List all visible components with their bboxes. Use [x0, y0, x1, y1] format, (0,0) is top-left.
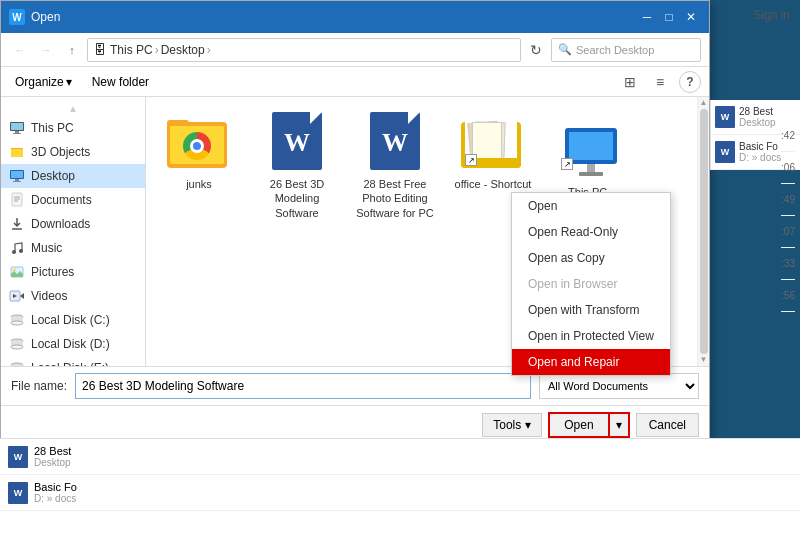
- dialog-title: Open: [31, 10, 637, 24]
- svg-point-19: [13, 269, 16, 272]
- sidebar-item-music[interactable]: Music: [1, 236, 145, 260]
- disk-d-icon: [9, 336, 25, 352]
- sidebar-label-music: Music: [31, 241, 62, 255]
- cancel-button[interactable]: Cancel: [636, 413, 699, 437]
- scrollbar[interactable]: ▲ ▼: [697, 97, 709, 366]
- desktop-icon: [9, 168, 25, 184]
- window-controls: ─ □ ✕: [637, 7, 701, 27]
- pictures-icon: [9, 264, 25, 280]
- filename-label: File name:: [11, 379, 67, 393]
- office-label: office - Shortcut: [455, 177, 532, 191]
- organize-dropdown-icon: ▾: [66, 75, 72, 89]
- file-item-28-best[interactable]: W 28 Best Free Photo Editing Software fo…: [350, 105, 440, 224]
- sidebar-item-local-disk-c[interactable]: Local Disk (C:): [1, 308, 145, 332]
- open-dialog: W Open ─ □ ✕ ← → ↑ 🗄 This PC › Desktop ›…: [0, 0, 710, 445]
- word-icon-26: W: [265, 109, 329, 173]
- context-open[interactable]: Open: [512, 193, 670, 219]
- office-icon: ↗: [461, 109, 525, 173]
- 3d-icon: [9, 144, 25, 160]
- sidebar-label-disk-d: Local Disk (D:): [31, 337, 110, 351]
- file-item-26-best[interactable]: W 26 Best 3D Modeling Software: [252, 105, 342, 224]
- filename-input[interactable]: [75, 373, 531, 399]
- junks-icon: [167, 109, 231, 173]
- sidebar-item-this-pc[interactable]: This PC: [1, 116, 145, 140]
- context-open-in-browser: Open in Browser: [512, 271, 670, 297]
- open-button[interactable]: Open: [548, 412, 607, 438]
- sidebar-label-documents: Documents: [31, 193, 92, 207]
- forward-button[interactable]: →: [35, 39, 57, 61]
- bg-word-icon-0: W: [8, 446, 28, 468]
- context-open-with-transform[interactable]: Open with Transform: [512, 297, 670, 323]
- sidebar-item-local-disk-d[interactable]: Local Disk (D:): [1, 332, 145, 356]
- new-folder-button[interactable]: New folder: [86, 73, 155, 91]
- sidebar: ▲ This PC 3D Objects: [1, 97, 146, 366]
- svg-rect-1: [11, 123, 23, 130]
- sidebar-label-desktop: Desktop: [31, 169, 75, 183]
- maximize-button[interactable]: □: [659, 7, 679, 27]
- sign-in-area[interactable]: Sign in: [753, 8, 790, 22]
- open-context-menu: Open Open Read-Only Open as Copy Open in…: [511, 192, 671, 376]
- junks-label: junks: [186, 177, 212, 191]
- minimize-button[interactable]: ─: [637, 7, 657, 27]
- up-button[interactable]: ↑: [61, 39, 83, 61]
- open-dropdown-button[interactable]: ▾: [608, 412, 630, 438]
- word-icon-small: W: [715, 106, 735, 128]
- sidebar-item-pictures[interactable]: Pictures: [1, 260, 145, 284]
- filetype-select[interactable]: All Word Documents All Files Word Docume…: [539, 373, 699, 399]
- help-button[interactable]: ?: [679, 71, 701, 93]
- sidebar-item-downloads[interactable]: Downloads: [1, 212, 145, 236]
- refresh-button[interactable]: ↻: [525, 39, 547, 61]
- svg-rect-9: [15, 179, 19, 181]
- svg-rect-2: [15, 131, 19, 133]
- bg-list-row-1: W Basic Fo D: » docs: [0, 475, 800, 511]
- view-button-1[interactable]: ⊞: [619, 71, 641, 93]
- view-button-2[interactable]: ≡: [649, 71, 671, 93]
- sidebar-item-videos[interactable]: Videos: [1, 284, 145, 308]
- context-open-as-copy[interactable]: Open as Copy: [512, 245, 670, 271]
- pc-shortcut-icon: ↗: [559, 117, 623, 181]
- address-bar: ← → ↑ 🗄 This PC › Desktop › ↻ 🔍 Search D…: [1, 33, 709, 67]
- sidebar-label-videos: Videos: [31, 289, 67, 303]
- documents-icon: [9, 192, 25, 208]
- downloads-icon: [9, 216, 25, 232]
- bg-list-text-1: Basic Fo D: » docs: [34, 481, 77, 504]
- sidebar-label-disk-c: Local Disk (C:): [31, 313, 110, 327]
- 26-best-label: 26 Best 3D Modeling Software: [256, 177, 338, 220]
- sidebar-item-documents[interactable]: Documents: [1, 188, 145, 212]
- sidebar-item-local-disk-e[interactable]: Local Disk (E:): [1, 356, 145, 366]
- sidebar-item-3d-objects[interactable]: 3D Objects: [1, 140, 145, 164]
- row-name-0: 28 Best: [739, 106, 776, 117]
- context-open-in-protected[interactable]: Open in Protected View: [512, 323, 670, 349]
- search-icon: 🔍: [558, 43, 572, 56]
- svg-marker-21: [20, 293, 24, 299]
- sign-in-label[interactable]: Sign in: [753, 8, 790, 22]
- file-item-junks[interactable]: junks: [154, 105, 244, 224]
- context-open-readonly[interactable]: Open Read-Only: [512, 219, 670, 245]
- word-icon-small-1: W: [715, 141, 735, 163]
- svg-point-17: [19, 249, 23, 253]
- right-numbers: :42 :06 :49 :07 :33 :56: [781, 120, 795, 312]
- 28-best-label: 28 Best Free Photo Editing Software for …: [354, 177, 436, 220]
- address-path[interactable]: 🗄 This PC › Desktop ›: [87, 38, 521, 62]
- organize-button[interactable]: Organize ▾: [9, 73, 78, 91]
- videos-icon: [9, 288, 25, 304]
- sidebar-item-desktop[interactable]: Desktop: [1, 164, 145, 188]
- svg-point-16: [12, 250, 16, 254]
- svg-point-28: [11, 345, 23, 349]
- close-button[interactable]: ✕: [681, 7, 701, 27]
- tools-dropdown-icon: ▾: [525, 418, 531, 432]
- tools-button[interactable]: Tools ▾: [482, 413, 542, 437]
- svg-rect-6: [11, 149, 23, 157]
- toolbar: Organize ▾ New folder ⊞ ≡ ?: [1, 67, 709, 97]
- bg-list-row-0: W 28 Best Desktop: [0, 439, 800, 475]
- svg-rect-3: [13, 133, 21, 134]
- context-open-and-repair[interactable]: Open and Repair: [512, 349, 670, 375]
- back-button[interactable]: ←: [9, 39, 31, 61]
- row-path-1: D: » docs: [739, 152, 781, 163]
- svg-rect-10: [13, 181, 21, 182]
- sidebar-label-3d: 3D Objects: [31, 145, 90, 159]
- open-button-group: Open ▾: [548, 412, 629, 438]
- sidebar-label-this-pc: This PC: [31, 121, 74, 135]
- bg-word-icon-1: W: [8, 482, 28, 504]
- search-box[interactable]: 🔍 Search Desktop: [551, 38, 701, 62]
